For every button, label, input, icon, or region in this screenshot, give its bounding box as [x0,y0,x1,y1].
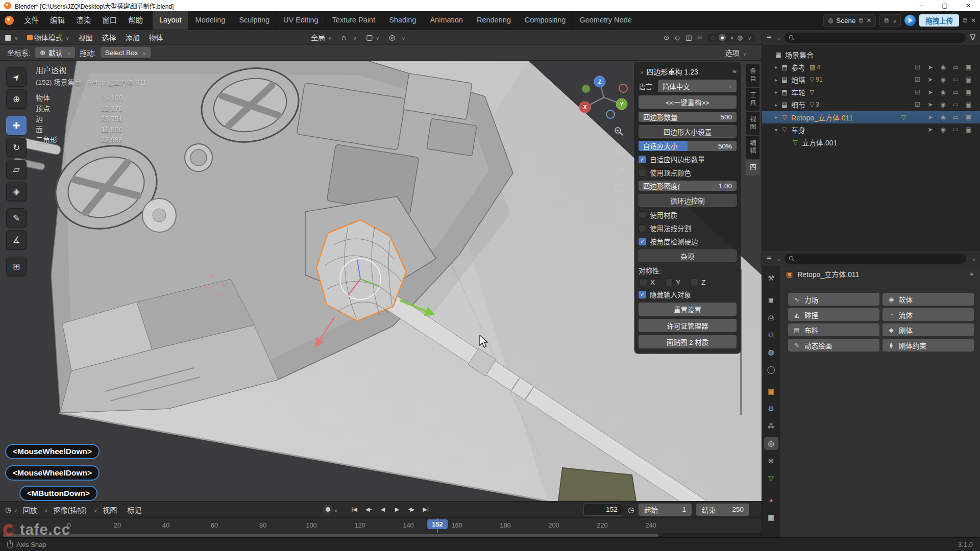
outliner-row-reference[interactable]: ▸ ▤ 参考 ▨4 ☑ ➤ ◉ ▭ ▣ [762,61,980,74]
size-settings-header[interactable]: 四边形大小设置 [639,125,737,138]
snap-dropdown-chevron[interactable] [352,33,357,41]
workspace-tab-layout[interactable]: Layout [153,11,189,30]
menu-select[interactable]: 选择 [97,32,120,42]
outliner-row-cube001[interactable]: ▽ 立方体.001 [762,136,980,149]
tab-modifiers[interactable]: ⚙ [764,402,778,415]
quad-count-field[interactable]: 四边形数量500 [639,112,737,122]
disable-viewport-icon[interactable]: ▭ [949,114,962,121]
snap-target-selector[interactable]: ▢ [361,33,384,41]
tab-physics[interactable]: ◎ [764,437,778,450]
normal-split-checkbox[interactable] [639,224,646,232]
disable-render-icon[interactable]: ▣ [962,126,975,133]
camera-view-button[interactable] [611,161,626,177]
outliner-search-box[interactable] [785,33,966,43]
exclude-checkbox[interactable]: ☑ [911,76,924,83]
blender-menu-button[interactable] [0,16,18,25]
timeline-ruler[interactable]: 0 20 40 60 80 100 120 140 160 180 200 22… [0,517,762,533]
exclude-checkbox[interactable]: ☑ [911,64,924,71]
shading-material-icon[interactable]: ◑ [729,34,733,41]
disable-viewport-icon[interactable]: ▭ [949,101,962,108]
workspace-tab-rendering[interactable]: Rendering [470,11,518,30]
panel-grip-icon[interactable]: ≡ [732,67,737,76]
disable-viewport-icon[interactable]: ▭ [949,89,962,96]
proportional-edit-icon[interactable]: ◎ [389,33,395,41]
preview-range-clock-icon[interactable]: ◷ [628,506,634,514]
disable-viewport-icon[interactable]: ▭ [949,76,962,83]
selectable-icon[interactable]: ➤ [924,114,937,121]
viewport-3d[interactable]: 用户透视 (152) 场景集合 | Retopo_立方体.011 物体1 / 1… [0,61,762,501]
playhead-current-frame[interactable]: 152 [427,519,448,529]
new-scene-icon[interactable]: ⧉ [859,17,864,24]
unlink-scene-icon[interactable]: ✕ [866,17,871,24]
tab-object-data[interactable]: ▽ [764,471,778,485]
maximize-button[interactable]: ▢ [933,0,957,11]
overlays-toggle-icon[interactable]: ◫ [685,34,692,41]
tool-scale[interactable]: ▱ [6,160,27,179]
facemap-material-button[interactable]: 面贴图 2 材质 [639,335,737,348]
hide-eye-icon[interactable]: ◉ [937,64,949,71]
navigation-gizmo[interactable]: Z Y X [576,69,632,126]
sidebar-tab-tool[interactable]: 工具 [746,88,760,111]
hide-input-checkbox[interactable]: ✓ [639,291,646,298]
expander-icon[interactable]: ▸ [772,114,780,120]
disable-viewport-icon[interactable]: ▭ [949,64,962,71]
tab-object[interactable]: ▣ [764,385,778,398]
tab-world[interactable]: ◯ [764,363,778,376]
object-visibility-icon[interactable]: ⊙ [664,34,669,41]
force-field-button[interactable]: ∿力场 [788,293,879,306]
tool-annotate[interactable]: ✎ [6,208,27,228]
hard-edges-checkbox[interactable]: ✓ [639,238,646,245]
outliner-row-turret[interactable]: ▸ ▤ 炮塔 ▽91 ☑ ➤ ◉ ▭ ▣ [762,73,980,86]
transform-orientation-selector[interactable]: 全局 [306,32,336,42]
workspace-tab-shading[interactable]: Shading [382,11,423,30]
play-button[interactable]: ▶ [391,504,404,515]
outliner-filter-icon[interactable]: ∇ [970,33,975,42]
menu-marker[interactable]: 标记 [122,505,146,515]
symmetry-y-checkbox[interactable] [665,279,673,286]
expander-icon[interactable]: ▾ [772,127,780,133]
menu-view-timeline[interactable]: 视图 [98,505,121,515]
tool-move[interactable]: ✚ [6,116,27,135]
proportional-dropdown-chevron[interactable] [400,33,405,41]
symmetry-x-checkbox[interactable] [640,279,647,286]
copy-icon[interactable]: ⧉ [963,17,967,24]
use-materials-checkbox[interactable] [639,211,646,219]
previous-keyframe-button[interactable]: ◀• [362,504,375,515]
misc-header[interactable]: 杂项 [639,249,737,262]
play-reverse-button[interactable]: ◀ [377,504,389,515]
close-button[interactable]: ✕ [957,0,980,11]
tab-particles[interactable]: ⁂ [764,419,778,433]
minimize-button[interactable]: – [910,0,933,11]
tab-texture[interactable]: ▦ [764,511,778,524]
hide-eye-icon[interactable]: ◉ [937,126,949,133]
pin-icon[interactable]: ⌖ [970,270,974,279]
editor-type-button[interactable]: ▦ [0,33,22,41]
disable-render-icon[interactable]: ▣ [962,64,975,71]
menu-render[interactable]: 渲染 [70,11,96,30]
tool-add-cube[interactable]: ⊞ [6,257,27,276]
exclude-checkbox[interactable]: ☑ [911,101,924,108]
tab-view-layer[interactable]: ⧉ [764,328,778,341]
timeline-editor-icon[interactable]: ◷ [5,506,11,514]
tool-select-box[interactable]: ➤ [6,67,27,87]
rigid-body-constraint-button[interactable]: ⧫刚体约束 [883,339,974,352]
tool-transform[interactable]: ◈ [6,182,27,201]
frame-start-field[interactable]: 起始1 [639,504,692,516]
workspace-tab-modeling[interactable]: Modeling [189,11,233,30]
panel-collapse-chevron[interactable] [639,67,644,76]
workspace-tab-uv-editing[interactable]: UV Editing [277,11,326,30]
hide-eye-icon[interactable]: ◉ [937,89,949,96]
shading-rendered-icon[interactable]: ◍ [737,34,743,41]
menu-playback[interactable]: 回放 [18,505,42,515]
tool-cursor[interactable]: ⊕ [6,89,27,109]
xray-toggle-icon[interactable]: ⧈ [697,33,701,41]
disable-render-icon[interactable]: ▣ [962,101,975,108]
tab-output[interactable]: ⎙ [764,311,778,324]
close-small-icon[interactable]: ✕ [971,17,976,24]
snap-magnet-icon[interactable]: ∩ [341,33,347,41]
menu-add[interactable]: 添加 [120,32,144,42]
drag-upload-button[interactable]: 拖拽上传 [919,14,959,27]
tab-render[interactable]: ◙ [764,293,778,307]
outliner-row-hull[interactable]: ▾ ▽ 车身 ➤ ◉ ▭ ▣ [762,123,980,136]
menu-edit[interactable]: 编辑 [44,11,70,30]
